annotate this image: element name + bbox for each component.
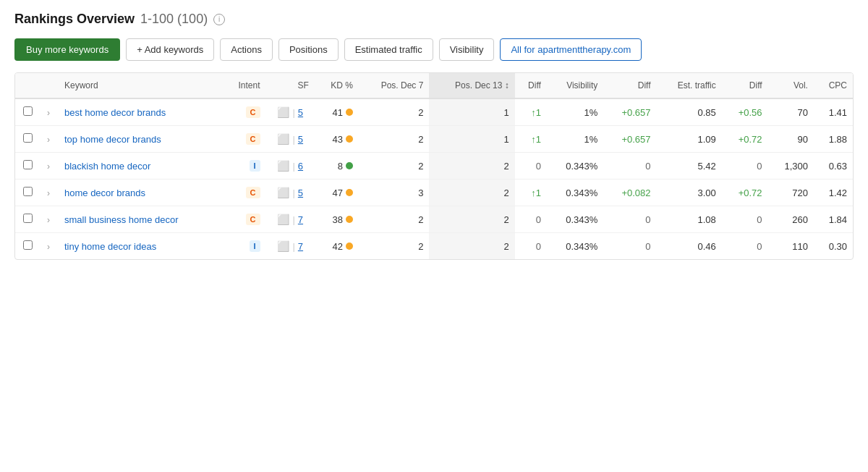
- sf-number[interactable]: 5: [298, 187, 303, 198]
- vis-diff-cell: +0.082: [603, 180, 656, 206]
- sf-cell: ⬜ | 7: [266, 233, 315, 260]
- page-range: 1-100 (100): [140, 12, 208, 27]
- vol-cell: 90: [768, 126, 814, 153]
- cpc-cell: 1.84: [814, 206, 853, 233]
- keyword-cell[interactable]: top home decor brands: [59, 126, 222, 153]
- sf-number[interactable]: 7: [298, 214, 303, 225]
- kd-cell: 41: [315, 98, 359, 126]
- row-checkbox[interactable]: [23, 133, 33, 143]
- sf-cell: ⬜ | 5: [266, 180, 315, 206]
- sf-number[interactable]: 5: [298, 107, 303, 118]
- expand-row-button[interactable]: ›: [44, 161, 53, 172]
- sf-icon: ⬜: [277, 240, 289, 252]
- row-checkbox-cell: [15, 233, 38, 260]
- expand-row-button[interactable]: ›: [44, 242, 53, 252]
- keyword-cell[interactable]: small business home decor: [59, 206, 222, 233]
- row-expand-cell: ›: [38, 126, 59, 153]
- row-checkbox-cell: [15, 206, 38, 233]
- cpc-cell: 1.88: [814, 126, 853, 153]
- kd-cell: 43: [315, 126, 359, 153]
- vol-cell: 720: [768, 180, 814, 206]
- expand-header: [38, 73, 59, 98]
- sf-divider: |: [292, 241, 294, 252]
- expand-row-button[interactable]: ›: [44, 188, 53, 198]
- row-checkbox[interactable]: [23, 240, 33, 250]
- row-checkbox[interactable]: [23, 214, 33, 223]
- vis-diff-cell: +0.657: [603, 126, 656, 153]
- diff1-cell: ↑1: [515, 126, 547, 153]
- sf-icon: ⬜: [277, 133, 289, 145]
- row-checkbox-cell: [15, 180, 38, 206]
- pos-dec13-col-header[interactable]: Pos. Dec 13 ↕: [429, 73, 514, 98]
- keyword-cell[interactable]: blackish home decor: [59, 153, 222, 180]
- traffic-diff-cell: 0: [722, 206, 768, 233]
- vis-diff-value: 0: [645, 241, 650, 252]
- row-checkbox[interactable]: [23, 106, 33, 116]
- traffic-tab[interactable]: Estimated traffic: [344, 38, 433, 61]
- keyword-cell[interactable]: best home decor brands: [59, 98, 222, 126]
- sf-cell: ⬜ | 5: [266, 98, 315, 126]
- vis-diff-cell: 0: [603, 206, 656, 233]
- intent-badge: C: [246, 133, 260, 145]
- domain-filter-button[interactable]: All for apartmenttherapy.com: [500, 38, 642, 61]
- table-row: › best home decor brands C ⬜ | 5 41 2 1 …: [15, 98, 853, 126]
- info-icon[interactable]: i: [213, 14, 225, 25]
- cpc-cell: 0.30: [814, 233, 853, 260]
- row-expand-cell: ›: [38, 233, 59, 260]
- kd-value: 47: [332, 187, 342, 198]
- pos-dec7-cell: 2: [359, 153, 430, 180]
- vis-diff-value: +0.657: [621, 134, 650, 145]
- add-keywords-button[interactable]: + Add keywords: [126, 38, 214, 61]
- pos-dec7-cell: 2: [359, 126, 430, 153]
- kd-dot: [346, 109, 353, 116]
- row-checkbox[interactable]: [23, 187, 33, 196]
- sf-number[interactable]: 7: [298, 241, 303, 252]
- traffic-diff-cell: +0.72: [722, 180, 768, 206]
- select-all-header: [15, 73, 38, 98]
- expand-row-button[interactable]: ›: [44, 135, 53, 145]
- table-row: › tiny home decor ideas I ⬜ | 7 42 2 2 0…: [15, 233, 853, 260]
- table-body: › best home decor brands C ⬜ | 5 41 2 1 …: [15, 98, 853, 259]
- diff-value: 0: [536, 241, 541, 252]
- positions-tab[interactable]: Positions: [278, 38, 339, 61]
- sf-divider: |: [292, 161, 294, 172]
- pos-dec7-cell: 2: [359, 206, 430, 233]
- vol-cell: 110: [768, 233, 814, 260]
- kd-value: 38: [332, 214, 342, 225]
- intent-cell: C: [222, 98, 265, 126]
- sf-number[interactable]: 5: [298, 134, 303, 145]
- row-expand-cell: ›: [38, 153, 59, 180]
- est-traffic-cell: 0.85: [657, 98, 722, 126]
- est-traffic-cell: 0.46: [657, 233, 722, 260]
- sf-icon: ⬜: [277, 106, 289, 118]
- diff1-cell: 0: [515, 153, 547, 180]
- traffic-diff-value: +0.72: [739, 134, 762, 145]
- expand-row-button[interactable]: ›: [44, 215, 53, 225]
- diff-arrow: ↑1: [531, 134, 541, 145]
- sf-divider: |: [292, 134, 294, 145]
- visibility-tab[interactable]: Visibility: [439, 38, 495, 61]
- actions-button[interactable]: Actions: [220, 38, 273, 61]
- buy-keywords-button[interactable]: Buy more keywords: [14, 38, 120, 61]
- sf-number[interactable]: 6: [298, 161, 303, 172]
- visibility-cell: 0.343%: [547, 153, 603, 180]
- toolbar: Buy more keywords + Add keywords Actions…: [14, 38, 854, 61]
- keyword-col-header: Keyword: [59, 73, 222, 98]
- kd-value: 42: [332, 241, 342, 252]
- sf-divider: |: [292, 214, 294, 225]
- kd-cell: 47: [315, 180, 359, 206]
- keyword-cell[interactable]: home decor brands: [59, 180, 222, 206]
- traffic-diff-cell: +0.72: [722, 126, 768, 153]
- expand-row-button[interactable]: ›: [44, 108, 53, 118]
- pos-dec13-cell: 2: [429, 180, 514, 206]
- intent-cell: I: [222, 233, 265, 260]
- sf-col-header: SF: [266, 73, 315, 98]
- row-checkbox[interactable]: [23, 160, 33, 169]
- row-checkbox-cell: [15, 126, 38, 153]
- vol-cell: 70: [768, 98, 814, 126]
- pos-dec13-cell: 2: [429, 153, 514, 180]
- table-row: › blackish home decor I ⬜ | 6 8 2 2 0 0.…: [15, 153, 853, 180]
- pos-dec7-cell: 2: [359, 233, 430, 260]
- vis-diff-value: +0.082: [621, 187, 650, 198]
- keyword-cell[interactable]: tiny home decor ideas: [59, 233, 222, 260]
